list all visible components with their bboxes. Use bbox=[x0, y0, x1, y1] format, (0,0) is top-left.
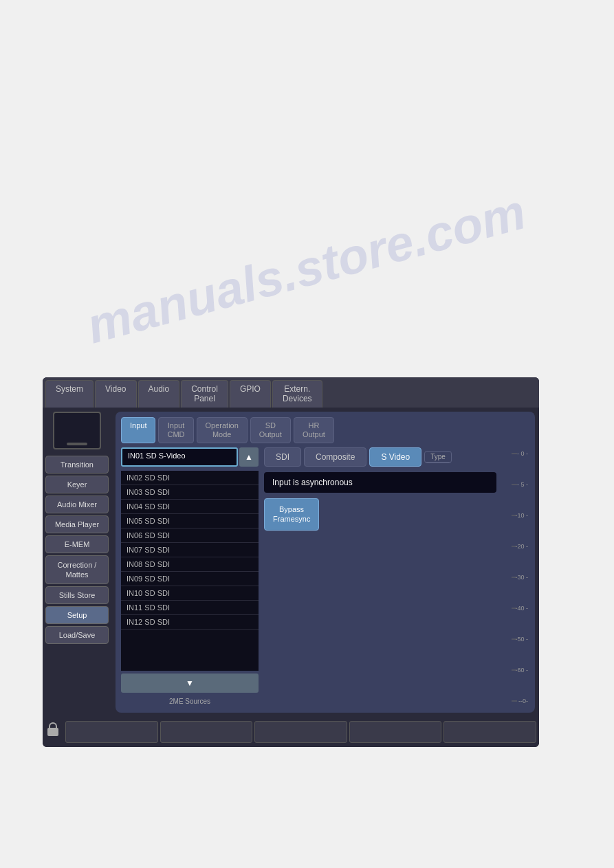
watermark-text: manuals.store.com bbox=[80, 183, 531, 354]
sidebar-item-stills-store[interactable]: Stills Store bbox=[45, 586, 109, 604]
type-selection-row: SDI Composite S Video Type bbox=[264, 447, 496, 467]
top-tab-bar: System Video Audio ControlPanel GPIO Ext… bbox=[43, 377, 539, 408]
sidebar-item-keyer[interactable]: Keyer bbox=[45, 476, 109, 493]
bottom-bar bbox=[43, 717, 539, 747]
vu-mark-20: -20 - bbox=[502, 543, 529, 550]
vu-mark-60: -60 - bbox=[502, 667, 529, 674]
vu-mark-0: - 0 - bbox=[502, 450, 529, 457]
bottom-button-2[interactable] bbox=[160, 721, 253, 743]
tab-extern-devices[interactable]: Extern.Devices bbox=[272, 380, 322, 408]
list-item[interactable]: IN04 SD SDI bbox=[121, 500, 259, 514]
type-btn-composite[interactable]: Composite bbox=[304, 447, 366, 467]
list-item[interactable]: IN06 SD SDI bbox=[121, 528, 259, 543]
input-panel: IN01 SD S-Video ▲ IN02 SD SDI IN03 SD SD… bbox=[121, 447, 259, 707]
sub-tab-sd-output[interactable]: SDOutput bbox=[250, 417, 291, 443]
sidebar-item-media-player[interactable]: Media Player bbox=[45, 515, 109, 533]
sources-label: 2ME Sources bbox=[121, 695, 259, 707]
content-area: Transition Keyer Audio Mixer Media Playe… bbox=[43, 408, 539, 717]
tab-gpio[interactable]: GPIO bbox=[230, 380, 271, 408]
list-item[interactable]: IN07 SD SDI bbox=[121, 543, 259, 557]
right-panel: SDI Composite S Video Type Input is asyn… bbox=[264, 447, 496, 707]
list-item[interactable]: IN02 SD SDI bbox=[121, 471, 259, 485]
bypass-framesync-button[interactable]: BypassFramesync bbox=[264, 498, 319, 531]
type-btn-svideo[interactable]: S Video bbox=[369, 447, 421, 467]
vu-mark-5: - 5 - bbox=[502, 481, 529, 488]
status-message-box: Input is asynchronous bbox=[264, 472, 496, 493]
sidebar-item-correction-mattes[interactable]: Correction /Mattes bbox=[45, 555, 109, 585]
main-content-area: Input InputCMD OperationMode SDOutput HR… bbox=[116, 412, 535, 713]
sidebar: Transition Keyer Audio Mixer Media Playe… bbox=[43, 408, 111, 717]
vu-mark-40: -40 - bbox=[502, 605, 529, 612]
list-item[interactable]: IN09 SD SDI bbox=[121, 572, 259, 586]
bottom-button-1[interactable] bbox=[65, 721, 158, 743]
list-item[interactable]: IN05 SD SDI bbox=[121, 514, 259, 528]
list-item[interactable]: IN03 SD SDI bbox=[121, 485, 259, 500]
list-item[interactable]: IN11 SD SDI bbox=[121, 601, 259, 615]
vu-mark-30: -30 - bbox=[502, 574, 529, 581]
lock-body bbox=[47, 728, 58, 736]
vu-mark-50: -50 - bbox=[502, 636, 529, 643]
type-label-badge: Type bbox=[424, 451, 452, 463]
status-message-text: Input is asynchronous bbox=[272, 478, 353, 487]
input-list: IN02 SD SDI IN03 SD SDI IN04 SD SDI IN05… bbox=[121, 471, 259, 671]
vu-mark-10: -10 - bbox=[502, 512, 529, 519]
bottom-button-5[interactable] bbox=[443, 721, 536, 743]
monitor-icon bbox=[53, 412, 101, 449]
bypass-row: BypassFramesync bbox=[264, 498, 496, 531]
sidebar-item-transition[interactable]: Transition bbox=[45, 456, 109, 474]
sidebar-item-load-save[interactable]: Load/Save bbox=[45, 626, 109, 644]
sub-tab-bar: Input InputCMD OperationMode SDOutput HR… bbox=[121, 417, 529, 443]
sub-tab-operation-mode[interactable]: OperationMode bbox=[197, 417, 248, 443]
list-item[interactable]: IN08 SD SDI bbox=[121, 557, 259, 572]
type-label-text: Type bbox=[425, 452, 451, 463]
sidebar-item-audio-mixer[interactable]: Audio Mixer bbox=[45, 496, 109, 513]
list-item[interactable]: IN12 SD SDI bbox=[121, 615, 259, 630]
sidebar-item-setup[interactable]: Setup bbox=[45, 606, 109, 624]
vu-meter: - 0 - - 5 - -10 - -20 - -30 - bbox=[502, 447, 529, 707]
sub-tab-hr-output[interactable]: HROutput bbox=[294, 417, 334, 443]
content-row: IN01 SD S-Video ▲ IN02 SD SDI IN03 SD SD… bbox=[121, 447, 529, 707]
list-item[interactable]: IN10 SD SDI bbox=[121, 586, 259, 601]
bottom-button-3[interactable] bbox=[254, 721, 347, 743]
type-btn-sdi[interactable]: SDI bbox=[264, 447, 301, 467]
tab-video[interactable]: Video bbox=[95, 380, 136, 408]
scroll-down-button[interactable]: ▼ bbox=[121, 674, 259, 693]
sub-tab-input-cmd[interactable]: InputCMD bbox=[158, 417, 193, 443]
sidebar-item-emem[interactable]: E-MEM bbox=[45, 535, 109, 553]
bottom-button-4[interactable] bbox=[349, 721, 442, 743]
tab-control-panel[interactable]: ControlPanel bbox=[181, 380, 228, 408]
tab-system[interactable]: System bbox=[45, 380, 94, 408]
monitor-stand bbox=[67, 443, 87, 445]
selected-input-display: IN01 SD S-Video bbox=[121, 447, 238, 467]
vu-scale: - 0 - - 5 - -10 - -20 - -30 - bbox=[502, 450, 529, 704]
lock-shackle bbox=[49, 722, 57, 728]
lock-icon bbox=[45, 722, 61, 742]
vu-mark-end: --0- bbox=[502, 698, 529, 704]
main-panel: System Video Audio ControlPanel GPIO Ext… bbox=[43, 377, 539, 747]
tab-audio[interactable]: Audio bbox=[138, 380, 180, 408]
scroll-up-button[interactable]: ▲ bbox=[239, 447, 259, 467]
sub-tab-input[interactable]: Input bbox=[121, 417, 155, 443]
